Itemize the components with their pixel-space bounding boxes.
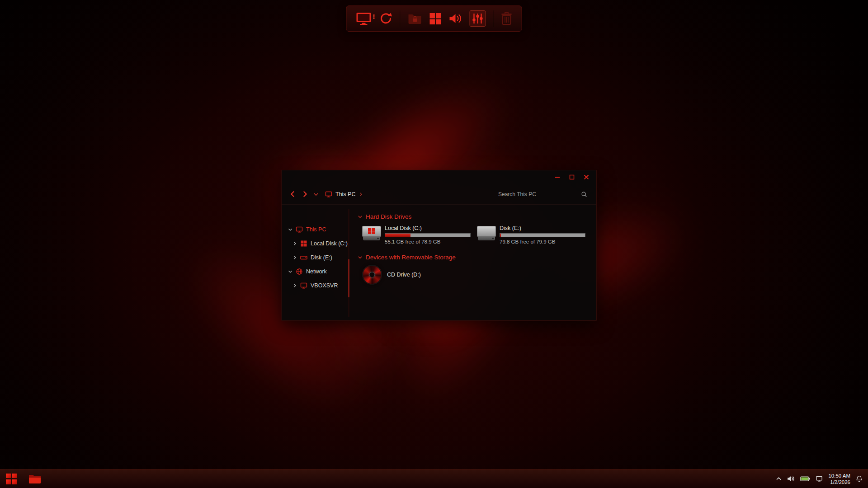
- sync-globe-icon[interactable]: [379, 12, 393, 25]
- sidebar-item-label: This PC: [306, 226, 326, 233]
- close-button[interactable]: [579, 172, 594, 182]
- sidebar-item-this-pc[interactable]: This PC: [282, 222, 350, 236]
- sidebar-item-label: Local Disk (C:): [311, 240, 348, 247]
- section-title: Hard Disk Drives: [366, 213, 411, 220]
- desktop: !: [0, 0, 868, 488]
- sidebar-item-disk-e[interactable]: Disk (E:): [282, 250, 350, 264]
- taskbar: 10:50 AM 1/2/2026: [0, 469, 868, 488]
- drive-cd-d[interactable]: CD Drive (D:): [362, 265, 592, 285]
- navigation-bar: This PC: [282, 184, 596, 205]
- title-bar[interactable]: [282, 170, 596, 184]
- file-list-area: Hard Disk Drives Local Disk (C:): [350, 205, 596, 320]
- taskbar-left: [0, 472, 42, 486]
- maximize-button[interactable]: [565, 172, 579, 182]
- alert-exclamation: !: [373, 13, 375, 20]
- breadcrumb-this-pc[interactable]: This PC: [335, 191, 355, 197]
- drive-label: Disk (E:): [500, 225, 585, 232]
- display-network-icon[interactable]: [816, 475, 823, 482]
- search-box[interactable]: [496, 190, 589, 199]
- drive-free-space: 79.8 GB free of 79.9 GB: [500, 239, 585, 245]
- disk-usage-bar: [385, 233, 471, 237]
- drive-row: Local Disk (C:) 55.1 GB free of 78.9 GB: [362, 225, 592, 248]
- chevron-down-icon[interactable]: [358, 214, 363, 219]
- section-hard-disk-drives[interactable]: Hard Disk Drives: [358, 211, 592, 221]
- file-explorer-window: This PC: [281, 170, 597, 321]
- navigation-pane: This PC Local Disk (C:): [282, 205, 350, 320]
- minimize-button[interactable]: [550, 172, 565, 182]
- dock-separator: [400, 10, 401, 27]
- chevron-down-icon[interactable]: [358, 255, 363, 260]
- network-globe-icon: [296, 268, 303, 275]
- drive-label: Local Disk (C:): [385, 225, 471, 232]
- hard-drive-icon: [362, 226, 381, 241]
- explorer-body: This PC Local Disk (C:): [282, 205, 596, 320]
- breadcrumb: This PC: [325, 191, 363, 198]
- forward-button[interactable]: [301, 190, 309, 198]
- volume-icon[interactable]: [787, 475, 795, 482]
- computer-icon: [300, 282, 307, 289]
- disk-usage-fill: [385, 234, 410, 237]
- notifications-bell-icon[interactable]: [856, 475, 863, 482]
- equalizer-icon[interactable]: [470, 10, 486, 27]
- breadcrumb-chevron-icon[interactable]: [359, 192, 363, 197]
- sidebar-item-label: Disk (E:): [311, 254, 332, 261]
- search-icon[interactable]: [581, 191, 587, 197]
- chevron-right-icon[interactable]: [292, 241, 297, 246]
- cd-disc-icon: [362, 265, 382, 285]
- system-tray: 10:50 AM 1/2/2026: [776, 473, 868, 485]
- drive-disk-e[interactable]: Disk (E:) 79.8 GB free of 79.9 GB: [477, 225, 585, 248]
- top-dock: !: [346, 5, 522, 32]
- windows-drive-icon: [300, 240, 307, 247]
- chevron-right-icon[interactable]: [292, 255, 297, 260]
- back-button[interactable]: [289, 190, 297, 198]
- drive-label: CD Drive (D:): [387, 272, 421, 278]
- scrollbar-thumb[interactable]: [348, 259, 349, 297]
- dock-separator: [493, 10, 494, 27]
- drive-icon: [300, 254, 307, 261]
- sidebar-item-label: VBOXSVR: [311, 282, 338, 289]
- chevron-down-icon[interactable]: [288, 227, 292, 232]
- volume-icon[interactable]: [449, 13, 462, 24]
- sidebar-item-label: Network: [306, 268, 327, 275]
- clock-date: 1/2/2026: [828, 479, 850, 485]
- windows-logo-icon[interactable]: [429, 13, 442, 25]
- sidebar-item-vboxsvr[interactable]: VBOXSVR: [282, 278, 350, 292]
- hidden-icons-chevron[interactable]: [776, 476, 782, 482]
- taskbar-file-explorer-icon[interactable]: [28, 474, 42, 484]
- hard-drive-icon: [477, 226, 496, 241]
- display-alert-icon[interactable]: !: [356, 12, 372, 25]
- chevron-down-icon[interactable]: [288, 269, 292, 274]
- windows-flag-overlay: [368, 228, 375, 234]
- battery-icon[interactable]: [800, 476, 810, 482]
- clock-time: 10:50 AM: [828, 473, 850, 479]
- section-removable-storage[interactable]: Devices with Removable Storage: [358, 252, 592, 262]
- sidebar-item-network[interactable]: Network: [282, 264, 350, 278]
- trash-icon[interactable]: [501, 12, 513, 25]
- drive-free-space: 55.1 GB free of 78.9 GB: [385, 239, 471, 245]
- locked-folder-icon[interactable]: [408, 13, 422, 25]
- recent-locations-dropdown[interactable]: [313, 192, 319, 197]
- sidebar-scrollbar[interactable]: [348, 209, 349, 317]
- sidebar-item-local-disk-c[interactable]: Local Disk (C:): [282, 236, 350, 250]
- search-input[interactable]: [498, 191, 578, 197]
- section-title: Devices with Removable Storage: [366, 254, 456, 261]
- this-pc-icon: [325, 191, 332, 198]
- chevron-right-icon[interactable]: [292, 283, 297, 288]
- taskbar-clock[interactable]: 10:50 AM 1/2/2026: [828, 473, 850, 485]
- this-pc-icon: [296, 226, 303, 233]
- drive-info: Local Disk (C:) 55.1 GB free of 78.9 GB: [385, 225, 471, 248]
- drive-local-disk-c[interactable]: Local Disk (C:) 55.1 GB free of 78.9 GB: [362, 225, 471, 248]
- start-button[interactable]: [5, 472, 18, 486]
- disk-usage-fill: [500, 234, 501, 237]
- disk-usage-bar: [500, 233, 585, 237]
- drive-info: Disk (E:) 79.8 GB free of 79.9 GB: [500, 225, 585, 248]
